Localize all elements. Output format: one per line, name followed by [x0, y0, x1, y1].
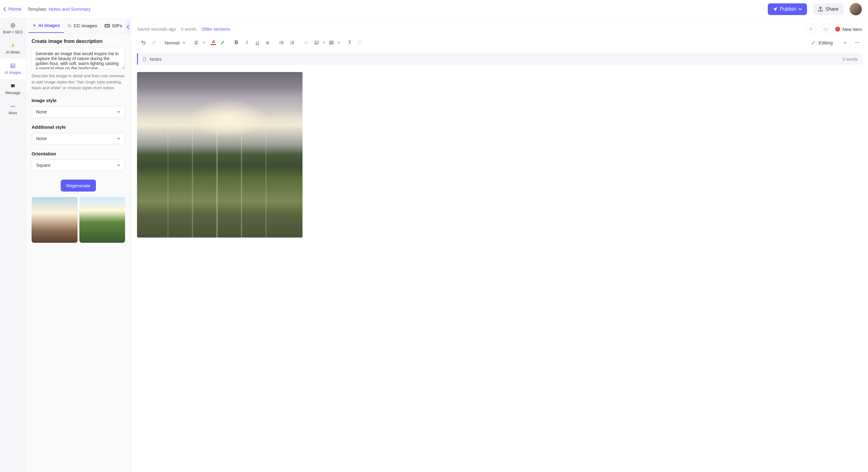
- upload-icon: [818, 7, 823, 12]
- numbered-list-button[interactable]: 123: [287, 38, 297, 47]
- editor-header: Saved seconds ago 0 words Older versions…: [131, 19, 868, 36]
- main-area: Brief + SEO AI Writer AI Images Message …: [0, 19, 868, 472]
- pencil-icon: [811, 40, 815, 45]
- image-style-select[interactable]: None: [32, 106, 125, 118]
- tab-gifs[interactable]: GIF GIFs: [101, 19, 126, 33]
- chevron-down-icon: [182, 41, 186, 44]
- template-prefix: Template:: [28, 6, 49, 12]
- insert-table-button[interactable]: [327, 38, 336, 47]
- svg-point-12: [280, 42, 281, 43]
- toolbar: Normal A: [131, 36, 868, 52]
- orientation-label: Orientation: [32, 151, 125, 156]
- regenerate-button[interactable]: Regenerate: [61, 180, 96, 192]
- chevron-down-icon[interactable]: [337, 41, 340, 44]
- rail-ai-images[interactable]: AI Images: [0, 59, 26, 79]
- tab-cc-images-label: CC images: [73, 23, 97, 28]
- bolt-icon: [32, 23, 36, 28]
- new-item-indicator[interactable]: New Item: [835, 27, 862, 32]
- collapse-panel-button[interactable]: [125, 20, 131, 34]
- format-select[interactable]: Normal: [161, 39, 189, 46]
- share-button[interactable]: Share: [813, 3, 843, 15]
- additional-style-label: Additional style: [32, 124, 125, 130]
- rail-more[interactable]: More: [0, 99, 26, 120]
- chevron-down-icon[interactable]: [322, 41, 326, 44]
- orientation-select[interactable]: Square: [32, 159, 125, 171]
- word-count-top: 0 words: [181, 27, 196, 32]
- clear-format-icon: [347, 40, 352, 45]
- bold-button[interactable]: B: [232, 38, 241, 47]
- svg-point-20: [856, 42, 856, 43]
- chat-icon: [10, 83, 16, 89]
- notes-word-count: 0 words: [843, 57, 858, 62]
- more-options-button[interactable]: [853, 38, 862, 47]
- saved-status: Saved seconds ago: [137, 27, 176, 32]
- tab-ai-images[interactable]: AI images: [29, 19, 64, 33]
- rail-ai-writer[interactable]: AI Writer: [0, 39, 26, 59]
- svg-point-13: [280, 43, 281, 44]
- template-info: Template: Notes and Summary: [28, 6, 91, 12]
- notes-block[interactable]: Notes 0 words: [137, 53, 862, 65]
- svg-rect-2: [11, 64, 15, 68]
- svg-point-22: [858, 42, 859, 43]
- bold-icon: B: [235, 40, 239, 45]
- comment-button[interactable]: [355, 38, 365, 47]
- additional-style-value: None: [36, 136, 47, 141]
- bolt-icon: [10, 43, 16, 49]
- publish-button[interactable]: Publish: [768, 3, 807, 15]
- table-icon: [329, 40, 334, 45]
- text-color-button[interactable]: A: [210, 39, 216, 46]
- side-panel: AI images CC images GIF GIFs Create imag…: [26, 19, 131, 472]
- highlight-button[interactable]: [218, 38, 227, 47]
- editing-mode-select[interactable]: Editing: [807, 39, 851, 46]
- add-user-button[interactable]: [806, 24, 816, 34]
- create-heading: Create image from description: [32, 39, 125, 44]
- svg-point-0: [11, 24, 15, 27]
- description-help: Describe the image in detail and then us…: [32, 73, 125, 91]
- home-label: Home: [8, 6, 22, 12]
- tab-cc-images[interactable]: CC images: [64, 19, 101, 33]
- orientation-value: Square: [36, 163, 51, 168]
- editing-mode-label: Editing: [819, 40, 833, 45]
- insert-image-button[interactable]: [312, 38, 321, 47]
- side-tabs: AI images CC images GIF GIFs: [26, 19, 130, 33]
- strikethrough-button[interactable]: S: [263, 38, 272, 47]
- home-link[interactable]: Home: [3, 6, 22, 12]
- redo-button[interactable]: [149, 38, 158, 47]
- gif-icon: GIF: [104, 24, 110, 28]
- image-icon: [10, 63, 16, 69]
- link-button[interactable]: [302, 38, 311, 47]
- svg-text:3: 3: [290, 43, 291, 45]
- underline-button[interactable]: U: [253, 38, 262, 47]
- chevron-down-icon[interactable]: [202, 41, 205, 44]
- svg-point-10: [810, 28, 811, 29]
- template-name[interactable]: Notes and Summary: [49, 6, 91, 12]
- chevron-down-icon: [117, 137, 120, 140]
- image-style-value: None: [36, 109, 47, 114]
- rail-brief-seo[interactable]: Brief + SEO: [0, 19, 26, 39]
- italic-button[interactable]: I: [242, 38, 251, 47]
- status-dot-icon: [835, 27, 840, 32]
- thumbnail-1[interactable]: [32, 197, 78, 243]
- target-icon: [10, 23, 16, 28]
- avatar[interactable]: [849, 3, 862, 15]
- image-style-label: Image style: [32, 98, 125, 103]
- add-folder-button[interactable]: [820, 24, 831, 34]
- additional-style-select[interactable]: None: [32, 133, 125, 144]
- orientation-group: Orientation Square: [32, 151, 125, 171]
- undo-button[interactable]: [139, 38, 148, 47]
- older-versions-link[interactable]: Older versions: [202, 27, 230, 32]
- chevron-left-icon: [3, 7, 6, 12]
- highlighter-icon: [219, 40, 225, 45]
- align-left-icon: [194, 40, 199, 45]
- chevron-down-icon: [117, 163, 120, 167]
- bullet-list-button[interactable]: [277, 38, 286, 47]
- image-style-group: Image style None: [32, 98, 125, 118]
- align-button[interactable]: [192, 38, 201, 47]
- rail-writer-label: AI Writer: [6, 50, 20, 55]
- description-input[interactable]: [32, 48, 125, 69]
- top-bar: Home Template: Notes and Summary Publish…: [0, 0, 868, 19]
- rail-message[interactable]: Message: [0, 79, 26, 99]
- generated-image[interactable]: [137, 72, 303, 238]
- thumbnail-2[interactable]: [80, 197, 125, 243]
- clear-format-button[interactable]: [345, 38, 354, 47]
